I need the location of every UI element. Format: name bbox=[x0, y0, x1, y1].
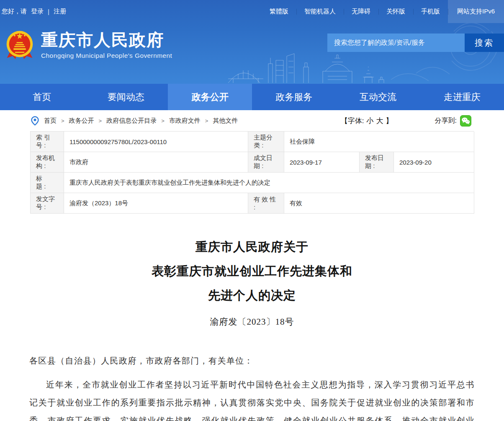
document-title-line1: 重庆市人民政府关于 bbox=[29, 235, 475, 259]
nav-item-gov-services[interactable]: 政务服务 bbox=[252, 84, 336, 110]
meta-index-value: 11500000009275780L/2023-00110 bbox=[64, 132, 248, 152]
document-meta-table: 索 引 号 : 11500000009275780L/2023-00110 主题… bbox=[30, 131, 474, 214]
document-body: 各区县（自治县）人民政府，市政府各部门，有关单位： 近年来，全市就业创业工作者坚… bbox=[29, 352, 475, 421]
meta-title-label: 标 题 : bbox=[31, 173, 64, 193]
header-zone: 您好，请 登录 | 注册 繁體版 智能机器人 无障碍 关怀版 手机版 网站支持I… bbox=[0, 0, 504, 84]
breadcrumb: 首页 > 政务公开 > 政府信息公开目录 > 市政府文件 > 其他文件 bbox=[44, 117, 238, 125]
breadcrumb-gov-info[interactable]: 政务公开 bbox=[69, 117, 94, 125]
search-input[interactable] bbox=[327, 34, 465, 52]
brand[interactable]: 重庆市人民政府 Chongqing Municipal People's Gov… bbox=[5, 28, 172, 61]
breadcrumb-city-docs[interactable]: 市政府文件 bbox=[169, 117, 201, 125]
meta-topic-value: 社会保障 bbox=[284, 132, 474, 152]
meta-publish-date-label: 发布日期 : bbox=[360, 152, 394, 173]
font-control-suffix: 】 bbox=[386, 116, 393, 126]
topbar-link-traditional[interactable]: 繁體版 bbox=[262, 0, 296, 23]
search-button[interactable]: 搜索 bbox=[465, 34, 504, 52]
topbar-link-robot[interactable]: 智能机器人 bbox=[296, 0, 344, 23]
nav-item-gov-info[interactable]: 政务公开 bbox=[168, 84, 252, 110]
topbar-user-area: 您好，请 登录 | 注册 bbox=[0, 8, 66, 15]
location-pin-icon bbox=[31, 116, 39, 126]
breadcrumb-separator: > bbox=[61, 118, 64, 124]
meta-validity-label: 有 效 性 : bbox=[248, 193, 284, 214]
meta-agency-label: 发布机构 : bbox=[31, 152, 64, 173]
font-smaller-button[interactable]: 小 bbox=[367, 116, 374, 126]
breadcrumb-separator: > bbox=[205, 118, 208, 124]
meta-written-date-value: 2023-09-17 bbox=[284, 152, 360, 173]
meta-agency-value: 市政府 bbox=[64, 152, 248, 173]
document-salutation: 各区县（自治县）人民政府，市政府各部门，有关单位： bbox=[29, 352, 475, 370]
login-link[interactable]: 登录 bbox=[31, 8, 44, 15]
register-link[interactable]: 注册 bbox=[54, 8, 66, 15]
document-content: 重庆市人民政府关于 表彰重庆市就业创业工作先进集体和 先进个人的决定 渝府发〔2… bbox=[29, 235, 475, 421]
document-number: 渝府发〔2023〕18号 bbox=[29, 316, 475, 328]
meta-doc-number-value: 渝府发（2023）18号 bbox=[64, 193, 248, 214]
breadcrumb-row: 首页 > 政务公开 > 政府信息公开目录 > 市政府文件 > 其他文件 【字体:… bbox=[0, 110, 504, 131]
font-control-prefix: 【字体: bbox=[341, 116, 364, 126]
topbar-link-mobile[interactable]: 手机版 bbox=[413, 0, 448, 23]
page: 您好，请 登录 | 注册 繁體版 智能机器人 无障碍 关怀版 手机版 网站支持I… bbox=[0, 0, 504, 421]
document-title-line2: 表彰重庆市就业创业工作先进集体和 bbox=[29, 259, 475, 283]
nav-item-about-chongqing[interactable]: 走进重庆 bbox=[420, 84, 504, 110]
document-title-line3: 先进个人的决定 bbox=[29, 283, 475, 307]
topbar: 您好，请 登录 | 注册 繁體版 智能机器人 无障碍 关怀版 手机版 网站支持I… bbox=[0, 0, 504, 23]
search-bar: 搜索 bbox=[327, 34, 504, 52]
share-section: 分享到: bbox=[435, 115, 471, 127]
site-subtitle: Chongqing Municipal People's Government bbox=[41, 52, 172, 59]
meta-title-value: 重庆市人民政府关于表彰重庆市就业创业工作先进集体和先进个人的决定 bbox=[64, 173, 474, 193]
main-nav: 首页 要闻动态 政务公开 政务服务 互动交流 走进重庆 bbox=[0, 84, 504, 110]
breadcrumb-directory[interactable]: 政府信息公开目录 bbox=[106, 117, 157, 125]
document-paragraph: 近年来，全市就业创业工作者坚持以习近平新时代中国特色社会主义思想为指导，深入学习… bbox=[29, 376, 475, 421]
national-emblem-logo bbox=[5, 28, 34, 61]
meta-index-label: 索 引 号 : bbox=[31, 132, 64, 152]
topbar-link-accessibility[interactable]: 无障碍 bbox=[344, 0, 378, 23]
topbar-links: 繁體版 智能机器人 无障碍 关怀版 手机版 网站支持IPv6 bbox=[262, 0, 504, 23]
meta-doc-number-label: 发文字号 : bbox=[31, 193, 64, 214]
breadcrumb-separator: > bbox=[99, 118, 102, 124]
meta-validity-value: 有效 bbox=[284, 193, 474, 214]
site-header: 重庆市人民政府 Chongqing Municipal People's Gov… bbox=[0, 23, 504, 84]
meta-topic-label: 主题分类 : bbox=[248, 132, 284, 152]
flower-decoration-image bbox=[366, 23, 504, 84]
share-label: 分享到: bbox=[435, 116, 457, 125]
meta-written-date-label: 成文日期 : bbox=[248, 152, 284, 173]
nav-item-home[interactable]: 首页 bbox=[0, 84, 84, 110]
breadcrumb-tools: 【字体: 小 大 】 分享到: bbox=[341, 115, 471, 127]
meta-publish-date-value: 2023-09-20 bbox=[394, 152, 474, 173]
nav-item-news[interactable]: 要闻动态 bbox=[84, 84, 168, 110]
greeting-text: 您好，请 bbox=[2, 8, 27, 15]
skyline-decoration-image bbox=[228, 53, 404, 84]
brand-text: 重庆市人民政府 Chongqing Municipal People's Gov… bbox=[41, 30, 172, 59]
font-size-control: 【字体: 小 大 】 bbox=[341, 116, 393, 126]
nav-item-interaction[interactable]: 互动交流 bbox=[336, 84, 420, 110]
breadcrumb-other-docs[interactable]: 其他文件 bbox=[213, 117, 238, 125]
site-title: 重庆市人民政府 bbox=[41, 30, 172, 49]
document-title: 重庆市人民政府关于 表彰重庆市就业创业工作先进集体和 先进个人的决定 bbox=[29, 235, 475, 307]
breadcrumb-separator: > bbox=[161, 118, 165, 124]
font-larger-button[interactable]: 大 bbox=[376, 116, 383, 126]
login-divider: | bbox=[48, 8, 49, 15]
topbar-link-ipv6[interactable]: 网站支持IPv6 bbox=[448, 0, 504, 23]
wechat-share-icon[interactable] bbox=[460, 115, 471, 127]
topbar-link-care[interactable]: 关怀版 bbox=[378, 0, 413, 23]
breadcrumb-home[interactable]: 首页 bbox=[44, 117, 57, 125]
